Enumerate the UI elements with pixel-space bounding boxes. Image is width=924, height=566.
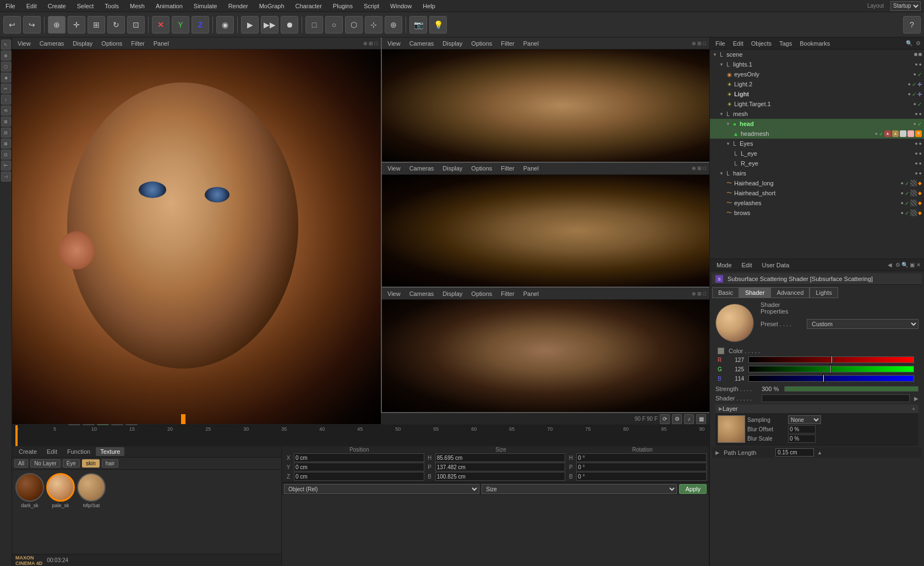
left-tool-1[interactable]: ↖ bbox=[1, 40, 11, 50]
shader-tab-basic[interactable]: Basic bbox=[712, 287, 739, 298]
scale-tool-button[interactable]: ⊞ bbox=[88, 16, 105, 34]
camera-button[interactable]: 📷 bbox=[409, 16, 427, 34]
left-tool-4[interactable]: ◈ bbox=[1, 73, 11, 83]
menu-select[interactable]: Select bbox=[75, 2, 96, 10]
left-tool-8[interactable]: ⊞ bbox=[1, 117, 11, 127]
tree-hairlong[interactable]: 〜 Hairhead_long ● ✓ ◆ bbox=[710, 178, 924, 188]
menu-tools[interactable]: Tools bbox=[102, 2, 121, 10]
om-bookmarks-btn[interactable]: Bookmarks bbox=[797, 40, 832, 47]
tree-reye[interactable]: L R_eye ● ● bbox=[710, 158, 924, 168]
lights-button[interactable]: 💡 bbox=[429, 16, 447, 34]
tree-light[interactable]: ☀ Light ● ✓ ✛ bbox=[710, 89, 924, 99]
tree-lights1[interactable]: ▼ L lights.1 ● ● bbox=[710, 59, 924, 69]
vp-mr-render[interactable] bbox=[382, 175, 709, 287]
z-size-input[interactable] bbox=[435, 472, 566, 481]
vp-tr-panel[interactable]: Panel bbox=[521, 40, 541, 47]
layer-header[interactable]: ▶ Layer + bbox=[715, 404, 918, 413]
move-tool-button[interactable]: ✛ bbox=[68, 16, 85, 34]
viewport-top-right[interactable]: View Cameras Display Options Filter Pane… bbox=[382, 37, 709, 163]
blur-scale-input[interactable] bbox=[788, 435, 816, 443]
mode-btn[interactable]: Mode bbox=[713, 261, 735, 269]
shader-tab-lights[interactable]: Lights bbox=[810, 287, 838, 298]
menu-script[interactable]: Script bbox=[362, 2, 381, 10]
tree-hairs[interactable]: ▼ L hairs ● ● bbox=[710, 168, 924, 178]
strength-bar[interactable] bbox=[784, 386, 918, 392]
expand-mesh[interactable]: ▼ bbox=[719, 111, 724, 117]
help-button[interactable]: ? bbox=[903, 16, 921, 34]
vp-tr-view[interactable]: View bbox=[385, 40, 403, 47]
select-tool-button[interactable]: ⊕ bbox=[48, 16, 65, 34]
left-tool-9[interactable]: ⊟ bbox=[1, 128, 11, 138]
tab-texture[interactable]: Texture bbox=[96, 447, 124, 456]
vp-tr-render[interactable] bbox=[382, 50, 709, 162]
left-tool-5[interactable]: ✂ bbox=[1, 84, 11, 94]
x-size-input[interactable] bbox=[435, 453, 566, 462]
tree-light2[interactable]: ☀ Light.2 ● ✓ ✛ bbox=[710, 79, 924, 89]
object-rel-dropdown[interactable]: Object (Rel) bbox=[284, 484, 479, 494]
left-tool-6[interactable]: ↕ bbox=[1, 95, 11, 105]
y-rot-input[interactable] bbox=[576, 463, 707, 471]
menu-render[interactable]: Render bbox=[226, 2, 250, 10]
vp-br-display[interactable]: Display bbox=[440, 290, 464, 298]
tab-edit[interactable]: Edit bbox=[42, 447, 62, 456]
shader-tab-advanced[interactable]: Advanced bbox=[770, 287, 810, 298]
vp-tr-display[interactable]: Display bbox=[440, 40, 464, 47]
settings-button[interactable]: ⚙ bbox=[672, 414, 682, 424]
vp-main-cameras[interactable]: Cameras bbox=[37, 40, 67, 47]
path-unit-btn[interactable]: ▲ bbox=[817, 450, 822, 455]
left-tool-2[interactable]: ⊕ bbox=[1, 51, 11, 61]
vp-br-render[interactable] bbox=[382, 300, 709, 412]
rotate-tool-button[interactable]: ↻ bbox=[107, 16, 125, 34]
expand-eyes[interactable]: ▼ bbox=[725, 141, 731, 146]
play-button[interactable]: ▶ bbox=[241, 16, 259, 34]
filter-eye[interactable]: Eye bbox=[63, 459, 80, 468]
edit-btn[interactable]: Edit bbox=[739, 261, 756, 269]
left-tool-12[interactable]: ⊢ bbox=[1, 161, 11, 171]
apply-button[interactable]: Apply bbox=[679, 484, 707, 494]
material-dark-sk[interactable]: dark_sk bbox=[15, 473, 44, 508]
vp-mr-options[interactable]: Options bbox=[469, 164, 494, 172]
main-viewport[interactable]: View Cameras Display Options Filter Pane… bbox=[12, 37, 382, 412]
expand-scene[interactable]: ▼ bbox=[712, 52, 718, 57]
om-edit-btn[interactable]: Edit bbox=[731, 40, 746, 47]
om-file-btn[interactable]: File bbox=[713, 40, 728, 47]
vp-main-display[interactable]: Display bbox=[70, 40, 95, 47]
material-pale-sk[interactable]: pale_sk bbox=[46, 473, 75, 508]
left-tool-13[interactable]: ⊣ bbox=[1, 172, 11, 182]
shader-slot[interactable] bbox=[762, 394, 910, 402]
y-size-input[interactable] bbox=[435, 463, 566, 471]
viewport-bot-right[interactable]: View Cameras Display Options Filter Pane… bbox=[382, 288, 709, 412]
magnet-button[interactable]: ⊛ bbox=[385, 16, 402, 34]
tree-mesh[interactable]: ▼ L mesh ● ● bbox=[710, 109, 924, 119]
vp-br-filter[interactable]: Filter bbox=[499, 290, 516, 298]
tree-hairshort[interactable]: 〜 Hairhead_short ● ✓ ◆ bbox=[710, 188, 924, 198]
loop-button[interactable]: ⟳ bbox=[660, 414, 670, 424]
expand-head[interactable]: ▼ bbox=[725, 121, 731, 127]
size-dropdown[interactable]: Size bbox=[482, 484, 677, 494]
sampling-dropdown[interactable]: None bbox=[788, 415, 821, 424]
tab-function[interactable]: Function bbox=[63, 447, 95, 456]
menu-animation[interactable]: Animation bbox=[154, 2, 185, 10]
cylinder-button[interactable]: ⬡ bbox=[345, 16, 363, 34]
menu-help[interactable]: Help bbox=[420, 2, 438, 10]
vp-br-panel[interactable]: Panel bbox=[521, 290, 541, 298]
tree-headmesh[interactable]: ▲ headmesh ● ✓ ▲ ▲ ○ ♦ ▼ bbox=[710, 129, 924, 139]
left-tool-7[interactable]: ⟲ bbox=[1, 106, 11, 116]
object-tree[interactable]: ▼ L scene ▼ L lights.1 ● ● ◉ bbox=[710, 50, 924, 259]
vp-mr-cameras[interactable]: Cameras bbox=[407, 164, 436, 172]
sphere-button[interactable]: ○ bbox=[325, 16, 343, 34]
object-mode-button[interactable]: ◉ bbox=[216, 16, 234, 34]
tree-head[interactable]: ▼ ● head ● ✓ bbox=[710, 119, 924, 129]
tree-lighttarget1[interactable]: ☀ Light.Target.1 ● ✓ bbox=[710, 99, 924, 109]
menu-create[interactable]: Create bbox=[46, 2, 68, 10]
tree-brows[interactable]: 〜 brows ● ✓ ◆ bbox=[710, 208, 924, 218]
left-tool-10[interactable]: ⊠ bbox=[1, 139, 11, 149]
vp-br-options[interactable]: Options bbox=[469, 290, 494, 298]
vp-mr-display[interactable]: Display bbox=[440, 164, 464, 172]
vp-tr-options[interactable]: Options bbox=[469, 40, 494, 47]
userdata-btn[interactable]: User Data bbox=[759, 261, 793, 269]
color-swatch-preview[interactable] bbox=[718, 348, 724, 354]
filter-all[interactable]: All bbox=[14, 459, 28, 468]
sound-button[interactable]: ♪ bbox=[684, 414, 694, 424]
preset-dropdown[interactable]: Custom bbox=[807, 319, 918, 329]
